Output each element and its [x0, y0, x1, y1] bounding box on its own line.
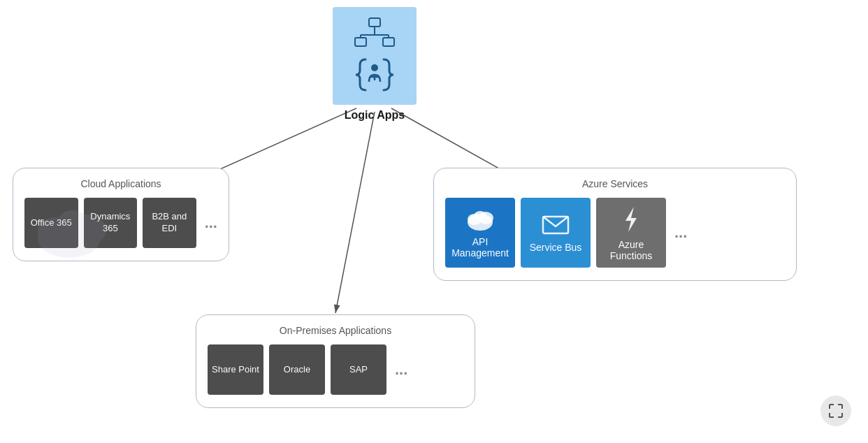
logic-apps-label: Logic Apps [345, 109, 405, 122]
diagram-container: Logic Apps Cloud Applications Office 365… [0, 0, 868, 443]
onprem-tiles: Share Point Oracle SAP ... [208, 344, 463, 395]
tile-sharepoint: Share Point [208, 344, 263, 395]
expand-icon [828, 403, 844, 419]
svg-rect-6 [383, 38, 394, 46]
expand-button[interactable] [820, 395, 851, 426]
svg-line-3 [335, 112, 375, 313]
tile-sap: SAP [331, 344, 386, 395]
logic-apps-icon-container [333, 7, 417, 105]
network-icon [354, 17, 396, 48]
envelope-icon [540, 212, 571, 238]
tile-b2b-edi: B2B and EDI [143, 198, 196, 248]
svg-rect-4 [369, 18, 380, 27]
logic-apps-node: Logic Apps [329, 7, 420, 122]
tile-azure-functions: Azure Functions [596, 198, 666, 268]
svg-marker-23 [625, 207, 637, 232]
cloud-apps-title: Cloud Applications [24, 178, 217, 189]
cloud-watermark [34, 203, 118, 259]
logic-apps-icon [350, 54, 399, 96]
svg-point-17 [57, 210, 88, 235]
tile-oracle: Oracle [269, 344, 325, 395]
svg-point-11 [371, 64, 378, 71]
svg-rect-5 [355, 38, 366, 46]
cloud-apps-box: Cloud Applications Office 365 Dynamics 3… [13, 168, 229, 261]
tile-api-management: API Management [445, 198, 515, 268]
azure-services-box: Azure Services API Management Service Bu… [433, 168, 797, 281]
lightning-icon [616, 204, 646, 235]
onprem-more: ... [395, 361, 407, 379]
cloud-apps-more: ... [205, 214, 217, 232]
azure-tiles-row: API Management Service Bus Azure Functio… [445, 198, 785, 268]
azure-services-title: Azure Services [445, 178, 785, 189]
svg-point-21 [474, 211, 486, 221]
azure-more: ... [674, 224, 687, 242]
onprem-box: On-Premises Applications Share Point Ora… [196, 314, 475, 408]
cloud-icon [465, 207, 496, 232]
onprem-title: On-Premises Applications [208, 325, 463, 336]
tile-service-bus: Service Bus [521, 198, 591, 268]
